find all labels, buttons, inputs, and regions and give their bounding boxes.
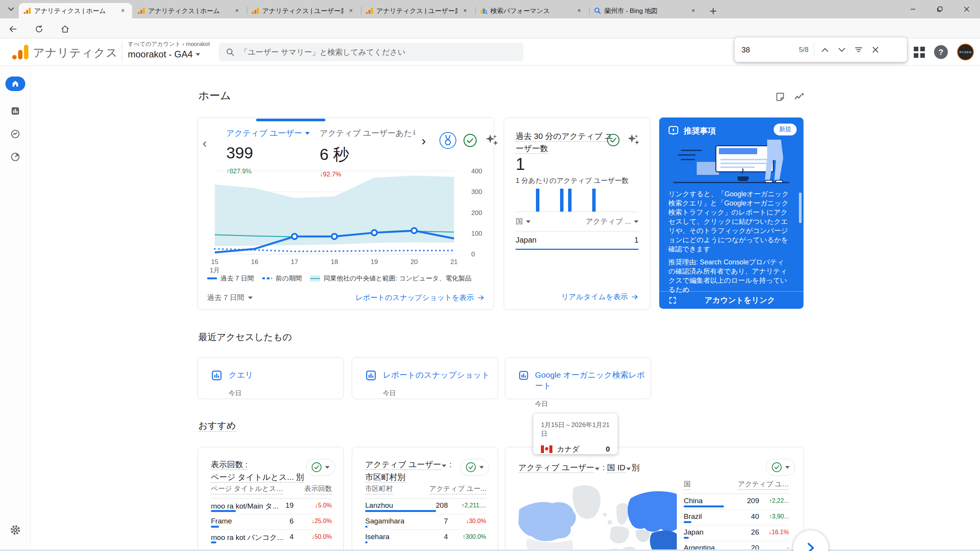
apps-grid-icon[interactable] [914, 47, 925, 58]
table-row[interactable]: China 209 ↑2,22... [684, 494, 789, 510]
account-breadcrumb[interactable]: すべてのアカウント › moorakot [128, 41, 210, 48]
find-previous-button[interactable] [817, 41, 833, 58]
tab-close-icon[interactable]: × [689, 6, 698, 15]
tab-title: アナリティクス | ホーム [34, 7, 115, 15]
link-account-button[interactable]: アカウントをリンク [704, 295, 775, 305]
table-row[interactable]: Lanzhou 208 ↑2,211.... [365, 499, 486, 514]
row-label: Japan [684, 528, 704, 536]
note-icon[interactable] [773, 90, 787, 104]
table-row[interactable]: Brazil 40 ↑3,90... [684, 510, 789, 525]
help-icon[interactable]: ? [934, 45, 948, 59]
find-options-icon[interactable] [850, 41, 867, 58]
svg-text:20: 20 [410, 258, 418, 266]
table-row[interactable]: Frame 6 ↓25.0% [211, 514, 332, 530]
carousel-prev-icon[interactable]: ‹ [203, 135, 207, 150]
chevron-down-icon[interactable] [626, 468, 631, 470]
refresh-button[interactable] [32, 22, 46, 36]
property-selector[interactable]: moorakot - GA4 [128, 49, 200, 60]
row-delta: ↓25.0% [312, 518, 332, 525]
svg-text:18: 18 [331, 258, 338, 266]
minimize-button[interactable] [900, 0, 926, 18]
breadcrumb-all-accounts: すべてのアカウント [128, 41, 181, 47]
tab-search-button[interactable] [4, 3, 18, 15]
tab-close-icon[interactable]: × [575, 6, 584, 15]
realtime-metric-selector[interactable]: アクティブ ... [586, 217, 639, 227]
row-bar [684, 521, 691, 523]
recent-card-queries[interactable]: クエリ 今日 [198, 357, 344, 399]
tab-close-icon[interactable]: × [346, 6, 356, 15]
scrollbar[interactable] [799, 192, 802, 223]
browser-tab-home-1[interactable]: アナリティクス | ホーム × [19, 3, 132, 18]
table-row[interactable]: moo ra kot/Main タ... 19 ↓5.0% [211, 499, 332, 514]
sidebar-item-admin[interactable] [8, 523, 22, 537]
sidebar-item-advertising[interactable] [8, 150, 22, 164]
dimension-header[interactable]: ページ タイトルとス… [211, 484, 283, 494]
browser-tab-search-performance[interactable]: 検索パフォーマンス × [475, 3, 588, 18]
chevron-down-icon[interactable] [442, 465, 446, 467]
realtime-link[interactable]: リアルタイムを表示 [561, 292, 639, 302]
data-quality-check-icon[interactable] [606, 133, 620, 147]
browser-tab-home-2[interactable]: アナリティクス | ホーム × [133, 3, 246, 18]
browser-home-button[interactable] [58, 22, 72, 36]
data-quality-dropdown[interactable] [460, 459, 489, 476]
browser-tab-bing-map[interactable]: 蘭州市 - Bing 地図 × [589, 3, 702, 18]
metric-header[interactable]: 表示回数 [304, 484, 332, 494]
maximize-button[interactable] [926, 0, 953, 18]
tab-close-icon[interactable]: × [461, 6, 470, 15]
row-bar [211, 510, 236, 512]
metric-label: アクティブ ユーザー [226, 128, 302, 139]
metric-header[interactable]: アクティブ ユ… [738, 479, 789, 490]
table-row[interactable]: Sagamihara 7 ↓30.0% [365, 514, 486, 530]
browser-tab-strip: アナリティクス | ホーム × アナリティクス | ホーム × アナリティクス … [0, 0, 980, 18]
row-delta: ↑300.0% [462, 533, 486, 540]
metric-selector[interactable]: アクティブ ユーザー [226, 128, 310, 139]
recommendation-illustration [667, 140, 796, 187]
dimension-header[interactable]: 市区町村 [365, 484, 393, 494]
date-range-selector[interactable]: 過去 7 日間 [207, 293, 253, 303]
findbar-divider [814, 43, 814, 56]
new-badge: 新規 [774, 124, 797, 135]
table-row[interactable]: Isehara 4 ↑300.0% [365, 530, 486, 546]
tab-close-icon[interactable]: × [118, 6, 127, 15]
data-quality-dropdown[interactable] [766, 459, 795, 476]
back-button[interactable] [6, 22, 20, 36]
recent-item-time: 今日 [383, 389, 490, 398]
chevron-down-icon[interactable] [595, 468, 599, 470]
account-avatar[interactable]: RYZEN [957, 44, 974, 60]
find-input[interactable] [742, 46, 799, 54]
row-delta: ↑2,211.... [461, 502, 486, 509]
browser-tab-demographics-country[interactable]: アナリティクス | ユーザー属性の詳細: 国 × [247, 3, 360, 18]
sidebar-item-reports[interactable] [8, 104, 22, 118]
insights-sparkle-icon[interactable] [483, 132, 500, 148]
data-quality-check-icon[interactable] [463, 133, 477, 148]
insights-icon[interactable] [792, 90, 806, 104]
metric-header[interactable]: アクティブ ユー... [429, 484, 486, 494]
data-quality-dropdown[interactable] [306, 459, 335, 476]
report-snapshot-link[interactable]: レポートのスナップショットを表示 [355, 293, 485, 303]
insights-sparkle-icon[interactable] [626, 132, 641, 148]
expand-icon[interactable] [668, 296, 677, 305]
browser-tab-demographics-city[interactable]: アナリティクス | ユーザー属性の詳細: 市 × [361, 3, 474, 18]
chevron-right-icon [807, 542, 815, 551]
close-button[interactable] [953, 0, 980, 18]
benchmark-medal-icon[interactable] [439, 132, 457, 149]
analytics-search-bar[interactable]: 「ユーザー サマリー」と検索してみてください [219, 43, 523, 61]
find-next-button[interactable] [833, 41, 850, 58]
find-close-icon[interactable] [867, 41, 884, 58]
row-label: China [684, 497, 703, 505]
table-row[interactable]: Japan 26 ↓16.1% [684, 525, 789, 541]
row-bar [684, 505, 724, 507]
realtime-dimension-selector[interactable]: 国 [516, 217, 531, 227]
table-row[interactable]: moo ra kot バンコク... 4 ↓50.0% [211, 530, 332, 546]
new-tab-button[interactable] [707, 5, 719, 17]
recent-card-snapshot[interactable]: レポートのスナップショット 今日 [352, 357, 498, 399]
carousel-next-icon[interactable]: › [421, 133, 426, 148]
sidebar-item-explore[interactable] [8, 127, 22, 141]
realtime-country-row[interactable]: Japan 1 [516, 231, 639, 249]
recent-card-organic-search[interactable]: Google オーガニック検索レポート 今日 [505, 357, 651, 399]
sidebar-item-home[interactable] [5, 77, 25, 91]
tab-close-icon[interactable]: × [232, 6, 242, 15]
dimension-header[interactable]: 国 [684, 479, 691, 490]
metric-selector[interactable]: アクティブ ユーザーあたりの平 [320, 128, 415, 139]
carousel-tab-indicator[interactable] [256, 119, 325, 121]
